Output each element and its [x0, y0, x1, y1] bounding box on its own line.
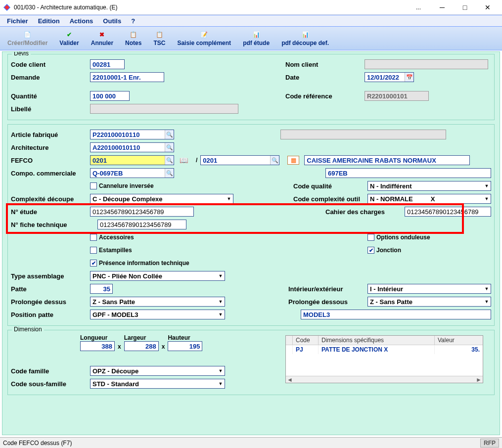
label-prolongee-dessous: Prolongée dessous [288, 298, 367, 306]
select-position-patte[interactable] [90, 310, 225, 319]
toolbar-creer-modifier[interactable]: 📄 Créer/Modifier [2, 28, 53, 49]
label-code-famille: Code famille [11, 367, 90, 375]
checkbox-icon [90, 182, 97, 189]
minimize-button[interactable]: ─ [431, 0, 454, 15]
menu-actions[interactable]: Actions [65, 16, 98, 26]
input-position-patte-desc [301, 310, 491, 319]
toolbar-valider[interactable]: ✔ Valider [54, 28, 84, 49]
book-icon[interactable]: 📖 [177, 155, 190, 165]
label-code-qualite: Code qualité [293, 182, 367, 190]
label-cahier-charges: Cahier des charges [325, 208, 405, 216]
label-architecture: Architecture [11, 144, 90, 151]
lookup-icon[interactable]: 🔍 [165, 143, 174, 152]
input-longueur[interactable] [80, 341, 115, 351]
legend-devis: Devis [12, 51, 31, 57]
input-patte[interactable] [90, 284, 113, 294]
checkbox-estampilles[interactable]: Estampilles [90, 247, 132, 254]
input-largeur[interactable] [124, 341, 159, 351]
checkbox-icon [90, 247, 97, 254]
checkbox-options-onduleuse[interactable]: Options onduleuse [367, 234, 491, 241]
table-row[interactable]: PJ PATTE DE JONCTION X 35. [286, 345, 483, 354]
maximize-button[interactable]: □ [454, 0, 476, 15]
lookup-icon[interactable]: 🔍 [270, 156, 279, 165]
label-type-assemblage: Type assemblage [11, 272, 90, 280]
th-dimensions: Dimensions spécifiques [319, 336, 435, 345]
notes-icon: 📋 [129, 30, 138, 39]
label-hauteur: Hauteur [168, 334, 190, 341]
menu-outils[interactable]: Outils [98, 16, 126, 26]
toolbar-annuler[interactable]: ✖ Annuler [86, 28, 119, 49]
lookup-icon[interactable]: 🔍 [165, 169, 174, 178]
input-cahier-charges[interactable] [405, 207, 491, 217]
input-fefco2[interactable] [200, 155, 279, 165]
checkbox-label: Options onduleuse [376, 234, 430, 241]
label-code-complexite-outil: Code complexité outil [293, 195, 367, 203]
lookup-icon[interactable]: 🔍 [165, 130, 174, 139]
fefco-separator: / [196, 157, 197, 164]
input-n-fiche-technique[interactable] [97, 220, 186, 229]
select-prolongee-dessus[interactable] [90, 297, 225, 307]
label-complexite-decoupe: Complexité découpe [11, 195, 90, 203]
scroll-right-icon[interactable]: ► [476, 376, 482, 383]
menu-fichier[interactable]: Fichier [2, 16, 33, 26]
grid-icon[interactable]: ▦ [287, 156, 299, 165]
input-nom-client [365, 59, 488, 69]
checkbox-icon: ✔ [367, 247, 374, 254]
checkbox-accessoires[interactable]: Accessoires [90, 234, 134, 241]
toolbar-tsc[interactable]: 📋 TSC [148, 28, 171, 49]
select-prolongee-dessous[interactable] [367, 297, 491, 307]
toolbar-pdf-decoupe[interactable]: 📊 pdf découpe def. [276, 28, 334, 49]
input-n-etude[interactable] [90, 207, 194, 217]
calendar-icon[interactable]: 📅 [405, 73, 413, 82]
menu-edition[interactable]: Edition [33, 16, 65, 26]
toolbar-label: Créer/Modifier [7, 40, 47, 46]
multiply-label: x [118, 343, 121, 351]
input-architecture[interactable] [90, 142, 174, 152]
select-code-sous-famille[interactable] [90, 379, 225, 389]
lookup-icon[interactable]: 🔍 [165, 156, 174, 165]
toolbar-pdf-etude[interactable]: 📊 pdf étude [237, 28, 275, 49]
input-code-client[interactable] [90, 59, 125, 69]
table-corner [286, 336, 293, 345]
checkbox-label: Cannelure inversée [99, 182, 154, 189]
select-code-complexite-outil[interactable] [367, 194, 491, 204]
dimensions-table: Code Dimensions spécifiques Valeur PJ PA… [285, 335, 483, 383]
input-quantite[interactable] [90, 91, 130, 101]
toolbar-notes[interactable]: 📋 Notes [120, 28, 147, 49]
input-fefco1[interactable] [90, 155, 174, 165]
input-compo-commerciale[interactable] [90, 168, 174, 178]
label-patte: Patte [11, 285, 90, 293]
checkbox-jonction[interactable]: ✔ Jonction [367, 247, 491, 254]
cancel-icon: ✖ [97, 30, 106, 39]
label-prolongee-dessus: Prolongée dessus [11, 298, 90, 306]
select-complexite-decoupe[interactable] [90, 194, 233, 204]
toolbar-saisie-complement[interactable]: 📝 Saisie complément [172, 28, 236, 49]
select-code-qualite[interactable] [367, 181, 491, 191]
checkbox-presence-info-technique[interactable]: ✔ Présence information technique [90, 260, 189, 267]
menu-help[interactable]: ? [126, 16, 140, 26]
tsc-icon: 📋 [155, 30, 164, 39]
pdf-icon: 📊 [252, 30, 261, 39]
fieldset-dimension: Dimension Longueur x Largeur [7, 330, 495, 395]
close-button[interactable]: ✕ [476, 0, 499, 15]
fieldset-devis: Devis Code client Demande Quantité Libel… [7, 54, 495, 120]
scroll-left-icon[interactable]: ◄ [287, 376, 293, 383]
input-date[interactable] [365, 72, 405, 82]
check-icon: ✔ [65, 30, 74, 39]
input-hauteur[interactable] [168, 341, 202, 351]
label-demande: Demande [11, 74, 90, 81]
input-code-reference [365, 91, 429, 101]
input-demande[interactable] [90, 72, 164, 82]
statusbar: Code FEFCO dessus (F7) RFP [0, 437, 502, 448]
checkbox-label: Jonction [376, 247, 401, 254]
menubar: Fichier Edition Actions Outils ? [0, 15, 502, 27]
label-quantite: Quantité [11, 92, 90, 100]
titlebar: 001/030 - Architecture automatique. (E) … [0, 0, 502, 15]
select-interieur-exterieur[interactable] [367, 284, 491, 294]
table-scrollbar[interactable]: ◄► [286, 376, 483, 383]
input-article-fabrique[interactable] [90, 130, 174, 139]
checkbox-cannelure-inversee[interactable]: Cannelure inversée [90, 182, 154, 189]
td-dimensions: PATTE DE JONCTION X [319, 345, 435, 354]
select-code-famille[interactable] [90, 366, 225, 376]
select-type-assemblage[interactable] [90, 271, 225, 281]
